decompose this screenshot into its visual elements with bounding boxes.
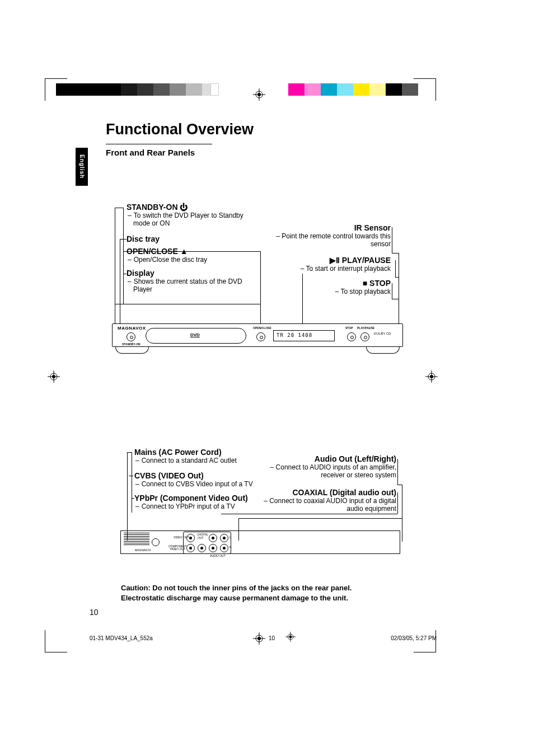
leader-line [123, 251, 260, 252]
callout-stop: ■ STOP – To stop playback [313, 279, 391, 295]
play-button-icon [360, 332, 369, 341]
play-button-label: PLAY/PAUSE [357, 326, 374, 330]
ypbpr-desc: Connect to YPbPr input of a TV [142, 503, 235, 510]
standby-button-label: STANDBY-ON [122, 342, 140, 346]
mains-desc: Connect to a standard AC outlet [142, 457, 237, 464]
ir-title: IR Sensor [274, 223, 391, 232]
standby-button-icon [127, 332, 135, 341]
coax-desc: – Connect to coaxial AUDIO input of a di… [262, 497, 396, 513]
stop-title: STOP [367, 279, 391, 288]
footer-filename: 01-31 MDV434_LA_552a [90, 635, 153, 641]
stop-desc: – To stop playback [313, 288, 391, 295]
leader-line [397, 459, 398, 485]
leader-line [127, 452, 132, 453]
leader-line [397, 485, 402, 485]
leader-line [395, 260, 396, 277]
stop-button-label: STOP [345, 326, 353, 330]
callout-display: Display –Shows the current status of the… [127, 269, 255, 293]
leader-line [115, 304, 260, 304]
standby-title: STANDBY-ON [127, 203, 178, 212]
registration-mark-icon [285, 632, 296, 643]
section-title: Front and Rear Panels [106, 148, 195, 157]
leader-line [132, 452, 132, 513]
front-panel-diagram: MAGNAVOX STANDBY-ON DVD OPEN/CLOSE TR 20… [112, 313, 403, 357]
mains-title: Mains (AC Power Cord) [134, 448, 280, 457]
power-icon: ⏻ [180, 203, 188, 212]
footer-page: 10 [269, 635, 275, 641]
color-bar-right [288, 83, 418, 96]
cvbs-desc: Connect to CVBS Video input of a TV [142, 480, 253, 488]
brand-label: MAGNAVOX [118, 326, 146, 331]
leader-line [115, 208, 123, 208]
caution-line: Electrostatic discharge may cause perman… [121, 593, 401, 603]
leader-line [238, 518, 402, 519]
coax-title: COAXIAL (Digital audio out) [262, 488, 396, 497]
play-desc: – To start or interrupt playback [297, 265, 391, 273]
leader-line [392, 253, 399, 253]
leader-line [221, 514, 397, 514]
leader-line [392, 283, 392, 299]
audio-title: Audio Out (Left/Right) [268, 454, 396, 463]
open-close-desc: Open/Close the disc tray [134, 256, 207, 264]
rear-brand: MAGNAVOX [135, 548, 151, 552]
caution-line: Caution: Do not touch the inner pins of … [121, 583, 401, 593]
callout-standby-on: STANDBY-ON ⏻ –To switch the DVD Player t… [127, 203, 250, 227]
callout-ir-sensor: IR Sensor – Point the remote control tow… [274, 223, 391, 248]
rear-panel-diagram: MAGNAVOX VIDEO OUT COMPONENTVIDEO OUT DI… [120, 526, 400, 564]
color-bar-left [56, 83, 219, 96]
play-title: PLAY/PAUSE [340, 256, 391, 265]
callout-open-close: OPEN/CLOSE ▲ –Open/Close the disc tray [127, 247, 250, 264]
registration-mark-icon [425, 370, 438, 385]
leader-line [397, 492, 398, 514]
leader-line [132, 498, 134, 499]
ir-desc: – Point the remote control towards this … [274, 232, 391, 248]
crop-mark [45, 630, 67, 652]
callout-mains: Mains (AC Power Cord) –Connect to a stan… [134, 448, 280, 464]
display-text: TR 20 1408 [277, 332, 312, 338]
leader-line [392, 299, 399, 299]
language-tab: English [76, 148, 88, 186]
open-close-button-icon [256, 332, 265, 341]
crop-mark [414, 630, 436, 652]
audio-desc: – Connect to AUDIO inputs of an amplifie… [268, 463, 396, 479]
footer-datetime: 02/03/05, 5:27 PM [391, 635, 437, 641]
jack-label: AUDIO OUT [210, 554, 226, 557]
format-badges: DOLBY CD [374, 331, 391, 336]
disc-tray-title: Disc tray [127, 234, 160, 243]
callout-audio-out: Audio Out (Left/Right) – Connect to AUDI… [268, 454, 396, 479]
leader-line [120, 239, 127, 240]
display-desc: Shows the current status of the DVD Play… [133, 278, 242, 293]
standby-desc: To switch the DVD Player to Standby mode… [133, 212, 243, 227]
registration-mark-icon [253, 88, 265, 103]
divider [106, 144, 212, 144]
stop-button-icon [347, 332, 356, 341]
page-number: 10 [90, 608, 99, 617]
leader-line [123, 208, 124, 304]
open-close-label: OPEN/CLOSE [253, 326, 271, 330]
registration-mark-icon [48, 370, 60, 385]
dvd-logo: DVD [190, 332, 200, 337]
play-pause-icon: ▶Ⅱ [330, 256, 340, 265]
leader-line [395, 277, 399, 278]
display-title: Display [127, 269, 255, 278]
jack-group-outline [183, 532, 231, 554]
leader-line [129, 476, 133, 476]
callout-play-pause: ▶Ⅱ PLAY/PAUSE – To start or interrupt pl… [297, 256, 391, 273]
callout-coaxial: COAXIAL (Digital audio out) – Connect to… [262, 488, 396, 513]
page-title: Functional Overview [106, 121, 254, 138]
power-cord-icon [152, 538, 160, 546]
leader-line [392, 227, 392, 253]
callout-disc-tray: Disc tray [127, 234, 160, 243]
print-footer: 01-31 MDV434_LA_552a 10 02/03/05, 5:27 P… [90, 635, 437, 641]
stop-icon: ■ [363, 279, 367, 288]
leader-line [402, 485, 402, 542]
caution-text: Caution: Do not touch the inner pins of … [121, 583, 401, 603]
